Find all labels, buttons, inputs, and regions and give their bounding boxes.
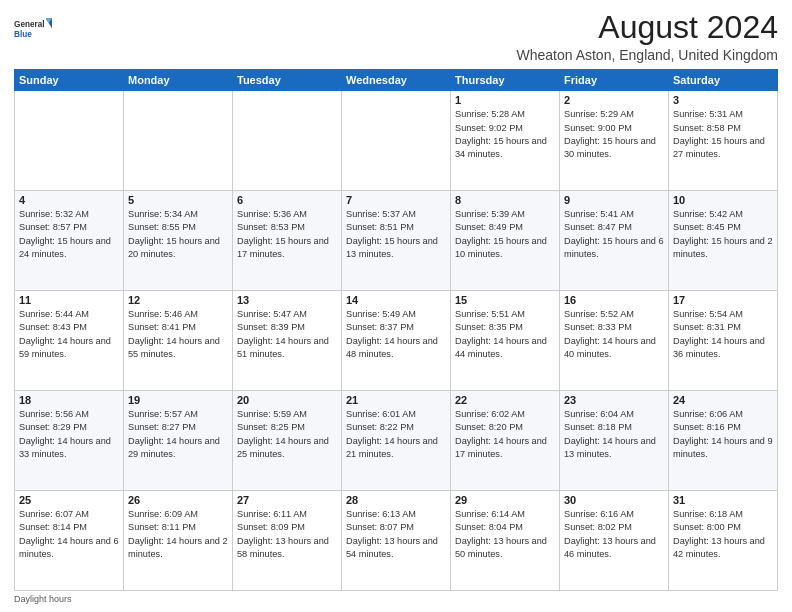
- day-number: 30: [564, 494, 664, 506]
- svg-text:Blue: Blue: [14, 30, 32, 39]
- calendar-cell: 3Sunrise: 5:31 AMSunset: 8:58 PMDaylight…: [669, 91, 778, 191]
- logo-svg: General Blue: [14, 10, 52, 48]
- day-number: 2: [564, 94, 664, 106]
- calendar-cell: 1Sunrise: 5:28 AMSunset: 9:02 PMDaylight…: [451, 91, 560, 191]
- day-info: Sunrise: 5:59 AMSunset: 8:25 PMDaylight:…: [237, 408, 337, 461]
- day-info: Sunrise: 5:52 AMSunset: 8:33 PMDaylight:…: [564, 308, 664, 361]
- day-number: 4: [19, 194, 119, 206]
- day-number: 21: [346, 394, 446, 406]
- calendar-cell: 21Sunrise: 6:01 AMSunset: 8:22 PMDayligh…: [342, 391, 451, 491]
- day-number: 28: [346, 494, 446, 506]
- calendar-cell: 4Sunrise: 5:32 AMSunset: 8:57 PMDaylight…: [15, 191, 124, 291]
- day-number: 1: [455, 94, 555, 106]
- day-info: Sunrise: 5:46 AMSunset: 8:41 PMDaylight:…: [128, 308, 228, 361]
- day-number: 27: [237, 494, 337, 506]
- day-number: 10: [673, 194, 773, 206]
- header: General Blue August 2024 Wheaton Aston, …: [14, 10, 778, 63]
- calendar-week-4: 25Sunrise: 6:07 AMSunset: 8:14 PMDayligh…: [15, 491, 778, 591]
- calendar-cell: 23Sunrise: 6:04 AMSunset: 8:18 PMDayligh…: [560, 391, 669, 491]
- day-info: Sunrise: 5:49 AMSunset: 8:37 PMDaylight:…: [346, 308, 446, 361]
- day-number: 25: [19, 494, 119, 506]
- calendar-week-3: 18Sunrise: 5:56 AMSunset: 8:29 PMDayligh…: [15, 391, 778, 491]
- day-number: 24: [673, 394, 773, 406]
- title-section: August 2024 Wheaton Aston, England, Unit…: [516, 10, 778, 63]
- day-info: Sunrise: 6:14 AMSunset: 8:04 PMDaylight:…: [455, 508, 555, 561]
- day-number: 7: [346, 194, 446, 206]
- day-info: Sunrise: 5:47 AMSunset: 8:39 PMDaylight:…: [237, 308, 337, 361]
- day-number: 16: [564, 294, 664, 306]
- col-monday: Monday: [124, 70, 233, 91]
- calendar-cell: 6Sunrise: 5:36 AMSunset: 8:53 PMDaylight…: [233, 191, 342, 291]
- day-number: 14: [346, 294, 446, 306]
- calendar-cell: 9Sunrise: 5:41 AMSunset: 8:47 PMDaylight…: [560, 191, 669, 291]
- day-number: 12: [128, 294, 228, 306]
- day-number: 13: [237, 294, 337, 306]
- day-number: 29: [455, 494, 555, 506]
- calendar-cell: 17Sunrise: 5:54 AMSunset: 8:31 PMDayligh…: [669, 291, 778, 391]
- day-number: 3: [673, 94, 773, 106]
- day-info: Sunrise: 5:39 AMSunset: 8:49 PMDaylight:…: [455, 208, 555, 261]
- calendar-cell: 30Sunrise: 6:16 AMSunset: 8:02 PMDayligh…: [560, 491, 669, 591]
- day-info: Sunrise: 5:31 AMSunset: 8:58 PMDaylight:…: [673, 108, 773, 161]
- calendar-cell: 18Sunrise: 5:56 AMSunset: 8:29 PMDayligh…: [15, 391, 124, 491]
- calendar-cell: 13Sunrise: 5:47 AMSunset: 8:39 PMDayligh…: [233, 291, 342, 391]
- day-number: 31: [673, 494, 773, 506]
- day-info: Sunrise: 6:04 AMSunset: 8:18 PMDaylight:…: [564, 408, 664, 461]
- col-thursday: Thursday: [451, 70, 560, 91]
- calendar-cell: [124, 91, 233, 191]
- calendar-cell: [233, 91, 342, 191]
- calendar-cell: 5Sunrise: 5:34 AMSunset: 8:55 PMDaylight…: [124, 191, 233, 291]
- day-info: Sunrise: 6:07 AMSunset: 8:14 PMDaylight:…: [19, 508, 119, 561]
- svg-text:General: General: [14, 20, 45, 29]
- col-wednesday: Wednesday: [342, 70, 451, 91]
- day-number: 22: [455, 394, 555, 406]
- calendar-cell: 10Sunrise: 5:42 AMSunset: 8:45 PMDayligh…: [669, 191, 778, 291]
- day-info: Sunrise: 6:18 AMSunset: 8:00 PMDaylight:…: [673, 508, 773, 561]
- subtitle: Wheaton Aston, England, United Kingdom: [516, 47, 778, 63]
- day-info: Sunrise: 5:37 AMSunset: 8:51 PMDaylight:…: [346, 208, 446, 261]
- day-info: Sunrise: 5:36 AMSunset: 8:53 PMDaylight:…: [237, 208, 337, 261]
- calendar-cell: 14Sunrise: 5:49 AMSunset: 8:37 PMDayligh…: [342, 291, 451, 391]
- day-number: 19: [128, 394, 228, 406]
- calendar-cell: 7Sunrise: 5:37 AMSunset: 8:51 PMDaylight…: [342, 191, 451, 291]
- day-number: 17: [673, 294, 773, 306]
- calendar-week-0: 1Sunrise: 5:28 AMSunset: 9:02 PMDaylight…: [15, 91, 778, 191]
- calendar-cell: 22Sunrise: 6:02 AMSunset: 8:20 PMDayligh…: [451, 391, 560, 491]
- main-title: August 2024: [516, 10, 778, 45]
- day-info: Sunrise: 6:06 AMSunset: 8:16 PMDaylight:…: [673, 408, 773, 461]
- calendar-header-row: Sunday Monday Tuesday Wednesday Thursday…: [15, 70, 778, 91]
- day-info: Sunrise: 6:01 AMSunset: 8:22 PMDaylight:…: [346, 408, 446, 461]
- day-info: Sunrise: 5:54 AMSunset: 8:31 PMDaylight:…: [673, 308, 773, 361]
- day-number: 5: [128, 194, 228, 206]
- calendar-cell: 20Sunrise: 5:59 AMSunset: 8:25 PMDayligh…: [233, 391, 342, 491]
- day-number: 11: [19, 294, 119, 306]
- day-info: Sunrise: 5:42 AMSunset: 8:45 PMDaylight:…: [673, 208, 773, 261]
- col-saturday: Saturday: [669, 70, 778, 91]
- day-info: Sunrise: 5:29 AMSunset: 9:00 PMDaylight:…: [564, 108, 664, 161]
- day-number: 15: [455, 294, 555, 306]
- calendar-cell: 12Sunrise: 5:46 AMSunset: 8:41 PMDayligh…: [124, 291, 233, 391]
- calendar-cell: 16Sunrise: 5:52 AMSunset: 8:33 PMDayligh…: [560, 291, 669, 391]
- calendar-cell: 15Sunrise: 5:51 AMSunset: 8:35 PMDayligh…: [451, 291, 560, 391]
- calendar-cell: 31Sunrise: 6:18 AMSunset: 8:00 PMDayligh…: [669, 491, 778, 591]
- day-number: 9: [564, 194, 664, 206]
- calendar-cell: 8Sunrise: 5:39 AMSunset: 8:49 PMDaylight…: [451, 191, 560, 291]
- calendar-cell: 2Sunrise: 5:29 AMSunset: 9:00 PMDaylight…: [560, 91, 669, 191]
- page: General Blue August 2024 Wheaton Aston, …: [0, 0, 792, 612]
- calendar-week-2: 11Sunrise: 5:44 AMSunset: 8:43 PMDayligh…: [15, 291, 778, 391]
- calendar-cell: 19Sunrise: 5:57 AMSunset: 8:27 PMDayligh…: [124, 391, 233, 491]
- day-info: Sunrise: 5:28 AMSunset: 9:02 PMDaylight:…: [455, 108, 555, 161]
- calendar-cell: [15, 91, 124, 191]
- calendar-cell: 27Sunrise: 6:11 AMSunset: 8:09 PMDayligh…: [233, 491, 342, 591]
- calendar: Sunday Monday Tuesday Wednesday Thursday…: [14, 69, 778, 591]
- calendar-cell: 28Sunrise: 6:13 AMSunset: 8:07 PMDayligh…: [342, 491, 451, 591]
- day-number: 26: [128, 494, 228, 506]
- day-number: 20: [237, 394, 337, 406]
- day-info: Sunrise: 6:02 AMSunset: 8:20 PMDaylight:…: [455, 408, 555, 461]
- col-sunday: Sunday: [15, 70, 124, 91]
- footer-note: Daylight hours: [14, 594, 778, 604]
- day-info: Sunrise: 5:41 AMSunset: 8:47 PMDaylight:…: [564, 208, 664, 261]
- day-info: Sunrise: 5:34 AMSunset: 8:55 PMDaylight:…: [128, 208, 228, 261]
- calendar-cell: [342, 91, 451, 191]
- day-info: Sunrise: 5:56 AMSunset: 8:29 PMDaylight:…: [19, 408, 119, 461]
